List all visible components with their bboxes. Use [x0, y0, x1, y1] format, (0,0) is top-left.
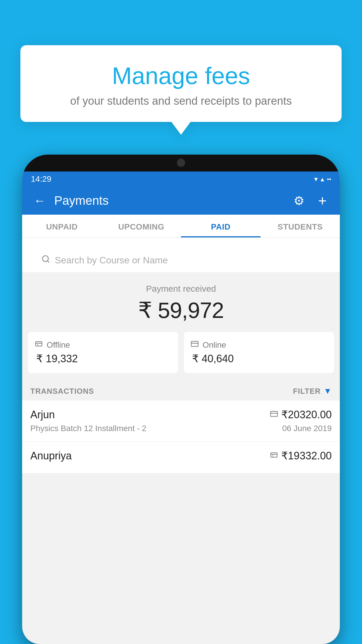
add-button[interactable]: + — [314, 192, 331, 209]
phone-screen: 14:29 ▾ ▴ ▪▪ ← Payments ⚙ + UNPAID UPCOM… — [22, 172, 340, 644]
online-payment-icon — [270, 410, 278, 420]
tooltip-subtitle: of your students and send receipts to pa… — [38, 95, 324, 107]
payment-cards: Offline ₹ 19,332 Online ₹ 40,640 — [22, 332, 340, 382]
transaction-name: Arjun — [30, 409, 55, 421]
app-header: ← Payments ⚙ + — [22, 187, 340, 215]
status-icons: ▾ ▴ ▪▪ — [314, 175, 331, 183]
svg-rect-2 — [36, 342, 42, 346]
transaction-amount-row: ₹20320.00 — [270, 409, 332, 421]
transaction-course: Physics Batch 12 Installment - 2 — [30, 424, 146, 433]
signal-icon: ▴ — [321, 175, 324, 183]
tabs-bar: UNPAID UPCOMING PAID STUDENTS — [22, 215, 340, 238]
tooltip-title: Manage fees — [38, 63, 324, 89]
payment-summary: Payment received ₹ 59,972 — [22, 272, 340, 332]
transactions-label: TRANSACTIONS — [30, 387, 94, 396]
search-icon — [41, 255, 50, 266]
tooltip-card: Manage fees of your students and send re… — [20, 45, 342, 122]
tab-unpaid[interactable]: UNPAID — [22, 215, 102, 237]
svg-rect-5 — [191, 341, 198, 346]
status-time: 14:29 — [31, 174, 51, 184]
offline-icon — [35, 340, 43, 350]
offline-label: Offline — [47, 340, 70, 350]
transaction-item[interactable]: Arjun ₹20320.00 Physics Batch 12 Install… — [22, 400, 340, 442]
transaction-name: Anupriya — [30, 450, 72, 462]
tab-paid[interactable]: PAID — [181, 215, 261, 237]
online-card: Online ₹ 40,640 — [184, 332, 334, 373]
filter-label: FILTER — [293, 387, 321, 396]
payment-received-label: Payment received — [28, 284, 334, 294]
transaction-date: 06 June 2019 — [282, 424, 332, 433]
tab-students[interactable]: STUDENTS — [261, 215, 340, 237]
payment-total-amount: ₹ 59,972 — [28, 297, 334, 323]
svg-rect-7 — [270, 411, 277, 416]
transaction-amount: ₹20320.00 — [281, 409, 332, 421]
search-bar[interactable]: Search by Course or Name — [34, 248, 328, 272]
offline-card: Offline ₹ 19,332 — [28, 332, 178, 373]
transactions-list: Arjun ₹20320.00 Physics Batch 12 Install… — [22, 400, 340, 473]
filter-button[interactable]: FILTER ▼ — [293, 386, 332, 396]
transaction-item[interactable]: Anupriya ₹19332.00 — [22, 442, 340, 473]
back-button[interactable]: ← — [31, 194, 48, 208]
wifi-icon: ▾ — [314, 175, 318, 183]
transaction-amount: ₹19332.00 — [281, 450, 332, 462]
transactions-header: TRANSACTIONS FILTER ▼ — [22, 382, 340, 400]
online-icon — [191, 340, 198, 350]
offline-amount: ₹ 19,332 — [35, 353, 171, 365]
offline-payment-icon — [270, 451, 278, 461]
online-label: Online — [203, 340, 226, 350]
phone-frame: 14:29 ▾ ▴ ▪▪ ← Payments ⚙ + UNPAID UPCOM… — [22, 155, 340, 644]
phone-notch-area — [22, 155, 340, 172]
page-title: Payments — [54, 194, 284, 208]
search-placeholder: Search by Course or Name — [55, 255, 168, 266]
status-bar: 14:29 ▾ ▴ ▪▪ — [22, 172, 340, 187]
transaction-amount-row: ₹19332.00 — [270, 450, 332, 462]
phone-camera — [177, 159, 185, 167]
battery-icon: ▪▪ — [327, 176, 331, 183]
tab-upcoming[interactable]: UPCOMING — [102, 215, 181, 237]
search-container: Search by Course or Name — [22, 238, 340, 272]
filter-icon: ▼ — [324, 386, 332, 396]
svg-line-1 — [48, 261, 49, 262]
phone-notch — [155, 155, 207, 171]
settings-button[interactable]: ⚙ — [290, 194, 308, 208]
online-amount: ₹ 40,640 — [191, 353, 327, 365]
svg-rect-9 — [271, 453, 277, 457]
